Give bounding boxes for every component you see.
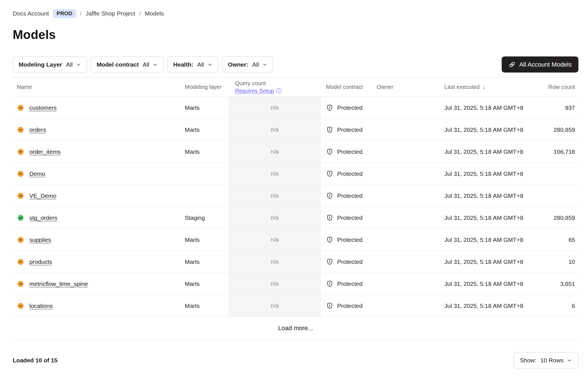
last-executed-cell: Jul 31, 2025, 5:18 AM GMT+8 xyxy=(444,303,529,309)
model-contract-cell: Protected xyxy=(321,302,374,310)
breadcrumb-account-link[interactable]: Docs Account xyxy=(13,10,49,17)
row-count-cell: 6 xyxy=(529,303,578,309)
health-status-icon xyxy=(17,126,25,134)
row-count-cell: 937 xyxy=(529,104,578,111)
breadcrumb-project-link[interactable]: Jaffle Shop Project xyxy=(85,10,135,17)
query-count-cell: n/a xyxy=(229,295,321,317)
model-name-link[interactable]: locations xyxy=(29,303,53,309)
show-label: Show: xyxy=(520,357,536,364)
requires-setup-link[interactable]: Requires Setup ⓘ xyxy=(235,87,321,95)
link-chain-icon xyxy=(508,61,516,68)
chevron-down-icon xyxy=(153,62,158,67)
contract-status-text: Protected xyxy=(337,126,363,133)
model-name-link[interactable]: supplies xyxy=(29,236,51,243)
all-account-models-label: All Account Models xyxy=(519,61,572,68)
filter-label: Model contract xyxy=(96,61,139,68)
model-name-link[interactable]: orders xyxy=(29,126,46,133)
model-contract-cell: Protected xyxy=(321,148,374,155)
info-icon[interactable]: ⓘ xyxy=(276,88,282,94)
table-row: order_items Marts n/a Protected Jul 31, … xyxy=(13,141,578,163)
query-count-cell: n/a xyxy=(229,273,321,295)
health-status-icon xyxy=(17,236,25,244)
modeling-layer-cell: Marts xyxy=(185,280,229,287)
query-count-cell: n/a xyxy=(229,141,321,163)
health-status-icon xyxy=(17,280,25,288)
table-row: customers Marts n/a Protected Jul 31, 20… xyxy=(13,97,578,119)
shield-protected-icon xyxy=(326,214,334,222)
contract-status-text: Protected xyxy=(337,236,363,243)
model-name-link[interactable]: stg_orders xyxy=(29,214,57,221)
health-status-icon xyxy=(17,302,25,310)
model-name-link[interactable]: Demo xyxy=(29,170,45,177)
shield-protected-icon xyxy=(326,280,334,288)
breadcrumb-separator: / xyxy=(139,10,141,17)
last-executed-cell: Jul 31, 2025, 5:18 AM GMT+8 xyxy=(444,214,529,221)
shield-protected-icon xyxy=(326,148,334,155)
all-account-models-button[interactable]: All Account Models xyxy=(502,56,578,73)
filter-bar: Modeling Layer All Model contract All He… xyxy=(13,56,578,73)
environment-badge: PROD xyxy=(53,9,76,18)
table-header-row: Name Modeling layer Query count Requires… xyxy=(13,77,578,97)
sort-descending-icon: ↓ xyxy=(482,84,485,90)
last-executed-cell: Jul 31, 2025, 5:18 AM GMT+8 xyxy=(444,280,529,287)
row-count-cell: 106,718 xyxy=(529,148,578,155)
contract-status-text: Protected xyxy=(337,258,363,265)
health-status-icon xyxy=(17,148,25,156)
modeling-layer-filter[interactable]: Modeling Layer All xyxy=(13,56,87,73)
load-more-button[interactable]: Load more... xyxy=(278,325,313,332)
modeling-layer-cell: Marts xyxy=(185,303,229,309)
health-filter[interactable]: Health: All xyxy=(167,56,218,73)
model-name-link[interactable]: customers xyxy=(29,104,57,111)
query-count-cell: n/a xyxy=(229,185,321,207)
header-model-contract: Model contract xyxy=(321,84,374,90)
model-contract-cell: Protected xyxy=(321,280,374,288)
header-query-count: Query count Requires Setup ⓘ xyxy=(229,80,321,95)
contract-status-text: Protected xyxy=(337,148,363,155)
filter-label: Modeling Layer xyxy=(19,61,62,68)
table-row: metricflow_time_spine Marts n/a Protecte… xyxy=(13,273,578,295)
model-contract-cell: Protected xyxy=(321,126,374,133)
loaded-count-text: Loaded 10 of 15 xyxy=(13,357,58,364)
filter-value: All xyxy=(143,61,149,68)
last-executed-cell: Jul 31, 2025, 5:18 AM GMT+8 xyxy=(444,148,529,155)
model-name-link[interactable]: metricflow_time_spine xyxy=(29,280,88,287)
shield-protected-icon xyxy=(326,126,334,133)
model-contract-cell: Protected xyxy=(321,258,374,266)
row-count-cell: 280,859 xyxy=(529,214,578,221)
table-row: products Marts n/a Protected Jul 31, 202… xyxy=(13,251,578,273)
row-count-cell: 280,859 xyxy=(529,126,578,133)
model-name-link[interactable]: products xyxy=(29,258,52,265)
model-contract-cell: Protected xyxy=(321,192,374,200)
shield-protected-icon xyxy=(326,104,334,111)
health-status-icon xyxy=(17,258,25,266)
modeling-layer-cell: Marts xyxy=(185,236,229,243)
query-count-cell: n/a xyxy=(229,97,321,119)
breadcrumb-separator: / xyxy=(80,10,82,17)
health-status-icon xyxy=(17,192,25,200)
header-modeling-layer: Modeling layer xyxy=(185,84,229,90)
last-executed-cell: Jul 31, 2025, 5:18 AM GMT+8 xyxy=(444,258,529,265)
model-contract-filter[interactable]: Model contract All xyxy=(91,56,164,73)
model-name-link[interactable]: order_items xyxy=(29,148,61,155)
filter-label: Health: xyxy=(173,61,193,68)
last-executed-cell: Jul 31, 2025, 5:18 AM GMT+8 xyxy=(444,104,529,111)
model-contract-cell: Protected xyxy=(321,170,374,177)
contract-status-text: Protected xyxy=(337,192,363,199)
header-last-executed[interactable]: Last executed ↓ xyxy=(444,84,529,90)
chevron-down-icon xyxy=(567,358,572,363)
show-rows-dropdown[interactable]: Show: 10 Rows xyxy=(514,352,578,369)
modeling-layer-cell: Marts xyxy=(185,148,229,155)
shield-protected-icon xyxy=(326,192,334,200)
query-count-cell: n/a xyxy=(229,229,321,251)
model-contract-cell: Protected xyxy=(321,214,374,222)
row-count-cell: 10 xyxy=(529,258,578,265)
last-executed-cell: Jul 31, 2025, 5:18 AM GMT+8 xyxy=(444,236,529,243)
table-row: stg_orders Staging n/a Protected Jul 31,… xyxy=(13,207,578,229)
breadcrumb-current: Models xyxy=(145,10,164,17)
row-count-cell: 65 xyxy=(529,236,578,243)
owner-filter[interactable]: Owner: All xyxy=(222,56,273,73)
table-row: VE_Demo n/a Protected Jul 31, 2025, 5:18… xyxy=(13,185,578,207)
query-count-label: Query count xyxy=(235,80,321,87)
models-page: Docs Account PROD / Jaffle Shop Project … xyxy=(13,0,578,369)
model-name-link[interactable]: VE_Demo xyxy=(29,192,56,199)
